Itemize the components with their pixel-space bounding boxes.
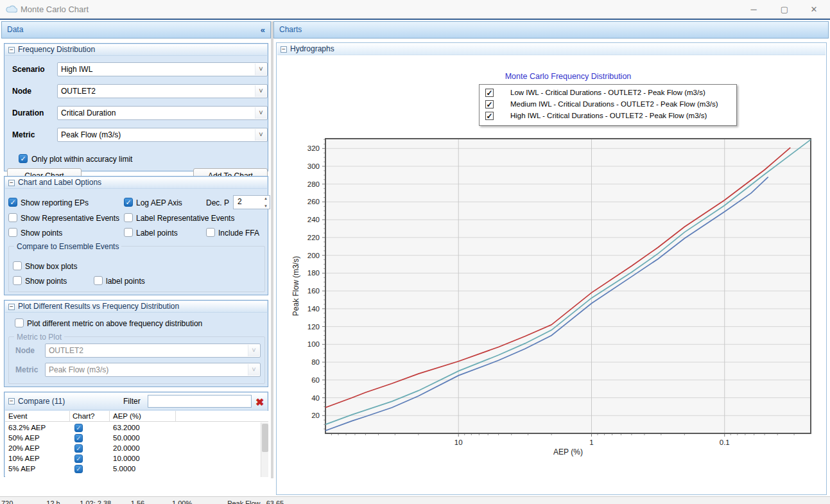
- scenario-dropdown[interactable]: High IWL ˅: [57, 62, 268, 76]
- show-rep-events-label: Show Representative Events: [21, 214, 119, 223]
- col-chart[interactable]: Chart?: [73, 412, 95, 420]
- col-event[interactable]: Event: [8, 412, 27, 420]
- section-title: Frequency Distribution: [18, 45, 95, 54]
- hydrographs-header[interactable]: − Hydrographs: [277, 44, 826, 55]
- chevron-down-icon: ˅: [248, 345, 259, 356]
- ensemble-show-box-plots-label: Show box plots: [25, 262, 77, 271]
- chevron-down-icon[interactable]: ˅: [255, 129, 266, 141]
- ensemble-show-box-plots-checkbox[interactable]: [13, 261, 22, 270]
- collapse-panel-icon[interactable]: «: [261, 22, 265, 38]
- accuracy-limit-label: Only plot within accuracy limit: [31, 155, 132, 164]
- aep-cell: 63.2000: [113, 424, 140, 431]
- filter-input[interactable]: [148, 395, 252, 408]
- aep-cell: 10.0000: [113, 455, 140, 462]
- svg-text:40: 40: [311, 394, 320, 402]
- chevron-down-icon[interactable]: ˅: [255, 64, 266, 75]
- show-rep-events-checkbox[interactable]: [8, 213, 17, 222]
- compare-header[interactable]: − Compare (11) Filter ✖: [5, 393, 267, 410]
- dec-p-spinner[interactable]: 2 ▲ ▼: [233, 195, 270, 209]
- metric-value: Peak Flow (m3/s): [61, 130, 121, 139]
- chart-checkbox[interactable]: ✓: [74, 434, 83, 442]
- chevron-down-icon[interactable]: ˅: [255, 85, 266, 97]
- chart-title: Monte Carlo Frequency Distribution: [505, 72, 632, 81]
- log-aep-axis-checkbox[interactable]: ✓: [124, 198, 133, 207]
- metric-to-plot-label2: Metric: [15, 365, 38, 374]
- chart-checkbox[interactable]: ✓: [74, 455, 83, 463]
- compare-section: − Compare (11) Filter ✖ Event Chart? AEP…: [4, 392, 268, 477]
- legend-checkbox[interactable]: ✓: [485, 100, 494, 109]
- label-points-label: Label points: [136, 229, 178, 238]
- y-axis-label: Peak Flow (m3/s): [291, 256, 300, 316]
- clear-filter-icon[interactable]: ✖: [255, 394, 264, 411]
- show-points-checkbox[interactable]: [8, 228, 17, 237]
- aep-cell: 50.0000: [113, 434, 140, 442]
- chevron-down-icon[interactable]: ˅: [255, 107, 266, 119]
- node-to-plot-value: OUTLET2: [49, 346, 83, 355]
- chart-checkbox[interactable]: ✓: [74, 465, 83, 473]
- chart-label-options-header[interactable]: − Chart and Label Options: [5, 177, 267, 189]
- spinner-up-icon[interactable]: ▲: [264, 196, 268, 200]
- ensemble-label-points-checkbox[interactable]: [94, 276, 103, 285]
- plot-different-metric-checkbox[interactable]: [15, 318, 24, 327]
- accuracy-limit-checkbox[interactable]: ✓: [19, 154, 28, 163]
- legend-item[interactable]: ✓Low IWL - Critical Durations - OUTLET2 …: [480, 87, 736, 99]
- legend-item[interactable]: ✓Medium IWL - Critical Durations - OUTLE…: [480, 99, 736, 110]
- window-title: Monte Carlo Chart: [21, 4, 89, 14]
- label-points-checkbox[interactable]: [124, 228, 133, 237]
- maximize-button[interactable]: ▢: [770, 2, 799, 17]
- table-row[interactable]: 63.2% AEP✓63.2000: [5, 423, 268, 433]
- node-label: Node: [12, 87, 31, 96]
- plot-different-results-section: − Plot Different Results vs Frequency Di…: [4, 300, 268, 387]
- status-bar: 720 12 h 1.02; 2.38 1.56 1.00% Peak Flow…: [0, 496, 830, 504]
- table-row[interactable]: 5% AEP✓5.0000: [5, 464, 268, 474]
- show-reporting-eps-checkbox[interactable]: ✓: [8, 198, 17, 207]
- chart-checkbox[interactable]: ✓: [74, 444, 83, 453]
- chart-label-options-section: − Chart and Label Options ✓ Show reporti…: [4, 176, 268, 295]
- table-row[interactable]: 20% AEP✓20.0000: [5, 444, 268, 454]
- legend-item[interactable]: ✓High IWL - Critical Durations - OUTLET2…: [480, 110, 736, 122]
- app-cloud-icon: [6, 4, 17, 13]
- svg-text:120: 120: [307, 323, 320, 331]
- metric-dropdown[interactable]: Peak Flow (m3/s) ˅: [57, 128, 268, 142]
- node-dropdown[interactable]: OUTLET2 ˅: [57, 84, 268, 98]
- table-row[interactable]: 50% AEP✓50.0000: [5, 433, 268, 444]
- duration-dropdown[interactable]: Critical Duration ˅: [57, 106, 268, 120]
- charts-panel-title: Charts: [279, 25, 302, 34]
- metric-label: Metric: [12, 130, 35, 139]
- dec-p-label: Dec. P: [206, 198, 229, 207]
- plot-different-results-header[interactable]: − Plot Different Results vs Frequency Di…: [5, 301, 267, 313]
- collapse-section-icon[interactable]: −: [8, 398, 15, 404]
- section-title: Chart and Label Options: [18, 178, 101, 187]
- duration-label: Duration: [12, 109, 44, 117]
- chart-checkbox[interactable]: ✓: [74, 424, 83, 432]
- table-row[interactable]: 10% AEP✓10.0000: [5, 454, 268, 464]
- legend-checkbox[interactable]: ✓: [485, 112, 494, 120]
- close-button[interactable]: ✕: [799, 2, 829, 17]
- svg-text:140: 140: [307, 305, 320, 313]
- collapse-section-icon[interactable]: −: [8, 304, 15, 310]
- minimize-button[interactable]: ─: [739, 2, 768, 17]
- frequency-distribution-section: − Frequency Distribution Scenario High I…: [4, 43, 268, 171]
- legend-checkbox[interactable]: ✓: [485, 89, 494, 97]
- col-aep[interactable]: AEP (%): [113, 412, 141, 420]
- data-panel-header[interactable]: Data «: [1, 21, 271, 39]
- collapse-section-icon[interactable]: −: [8, 180, 15, 186]
- main-area: Data « Charts − Frequency Distribution S…: [0, 19, 830, 496]
- compare-scrollbar-thumb[interactable]: [262, 424, 268, 452]
- ensemble-show-points-checkbox[interactable]: [13, 276, 22, 285]
- data-panel-title: Data: [7, 25, 23, 34]
- svg-text:260: 260: [307, 198, 320, 205]
- frequency-distribution-header[interactable]: − Frequency Distribution: [5, 44, 267, 56]
- svg-text:60: 60: [311, 376, 320, 384]
- label-rep-events-checkbox[interactable]: [124, 213, 133, 222]
- collapse-section-icon[interactable]: −: [281, 46, 287, 53]
- compare-scrollbar[interactable]: [261, 422, 268, 477]
- show-points-label: Show points: [21, 229, 62, 238]
- label-rep-events-label: Label Representative Events: [136, 214, 234, 223]
- spinner-down-icon[interactable]: ▼: [264, 204, 268, 208]
- dec-p-value: 2: [238, 197, 242, 206]
- panel-separator[interactable]: [271, 21, 273, 478]
- include-ffa-checkbox[interactable]: [206, 228, 215, 237]
- collapse-section-icon[interactable]: −: [8, 47, 15, 53]
- x-axis-label: AEP (%): [553, 448, 583, 456]
